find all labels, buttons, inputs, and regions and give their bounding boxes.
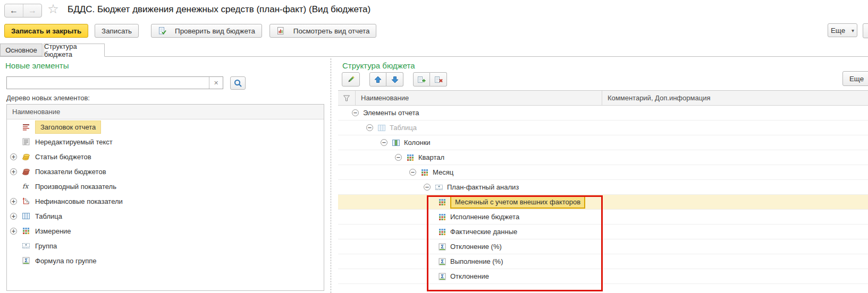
collapse-icon[interactable] — [424, 184, 431, 191]
check-budget-view-button[interactable]: Проверить вид бюджета — [151, 24, 262, 38]
tree-item-label: Таблица — [35, 212, 62, 220]
save-and-close-button[interactable]: Записать и закрыть — [4, 24, 88, 38]
tree-item[interactable]: Статьи бюджетов — [7, 149, 324, 164]
structure-row-label: Отклонение (%) — [450, 243, 502, 251]
column-header-name[interactable]: Наименование — [356, 94, 409, 102]
preview-report-button[interactable]: Посмотреть вид отчета — [269, 24, 377, 38]
tree-remove-icon — [434, 75, 443, 84]
page-title: БДДС. Бюджет движения денежных средств (… — [68, 4, 370, 15]
expand-icon[interactable] — [10, 213, 17, 220]
svg-text:fx: fx — [22, 183, 29, 190]
coins-yellow-icon — [22, 152, 30, 161]
structure-row[interactable]: Исполнение бюджета — [338, 210, 868, 225]
search-input[interactable] — [7, 77, 209, 89]
structure-row[interactable]: Фактические данные — [338, 225, 868, 239]
structure-row[interactable]: Σ Отклонение (%) — [338, 239, 868, 254]
structure-row[interactable]: Таблица — [338, 120, 868, 135]
tree-item-label: Показатели бюджетов — [35, 168, 106, 176]
structure-row-label: Таблица — [390, 124, 417, 132]
structure-row-label: Элементы отчета — [363, 109, 419, 117]
tree-item[interactable]: Показатели бюджетов — [7, 164, 324, 179]
tree-item[interactable]: 123 Нефинансовые показатели — [7, 194, 324, 209]
column-header-name[interactable]: Наименование — [7, 105, 324, 119]
dimension-grid-icon — [438, 228, 446, 236]
search-button[interactable] — [230, 76, 246, 90]
structure-row-label: Фактические данные — [450, 228, 517, 236]
history-nav — [4, 4, 42, 18]
structure-row-label: Месячный с учетом внешних факторов — [450, 195, 585, 209]
left-panel-title: Новые элементы — [5, 61, 69, 70]
static-text-icon — [22, 137, 30, 146]
sigma-icon: Σ — [22, 256, 30, 265]
dimension-grid-icon — [438, 213, 446, 221]
report-document-icon — [276, 27, 285, 35]
structure-row-label: Квартал — [418, 153, 444, 161]
tree-item-label: Статьи бюджетов — [35, 153, 91, 161]
save-button[interactable]: Записать — [95, 24, 139, 38]
add-to-structure-button[interactable] — [413, 72, 430, 87]
tree-item[interactable]: Нередактируемый текст — [7, 134, 324, 149]
arrow-up-icon — [374, 75, 382, 84]
svg-text:Σ: Σ — [441, 244, 444, 249]
collapse-icon[interactable] — [366, 124, 373, 131]
svg-text:Σ: Σ — [24, 258, 28, 263]
structure-grid: Наименование Комментарий, Доп.информация… — [338, 90, 868, 293]
structure-row[interactable]: Квартал — [338, 150, 868, 165]
more-button[interactable]: Еще — [828, 23, 857, 37]
group-icon — [435, 183, 443, 192]
nonfinancial-123-icon: 123 — [22, 197, 30, 205]
tree-item-label: Нередактируемый текст — [35, 138, 113, 146]
search-icon — [233, 79, 243, 88]
structure-row-label: Выполнение (%) — [450, 257, 503, 265]
clipped-button[interactable] — [863, 23, 868, 38]
tree-item[interactable]: Измерение — [7, 223, 324, 238]
expand-icon[interactable] — [10, 228, 17, 235]
tree-item[interactable]: Группа — [7, 238, 324, 253]
remove-from-structure-button[interactable] — [430, 72, 447, 87]
structure-row[interactable]: Месяц — [338, 165, 868, 180]
svg-text:Σ: Σ — [441, 259, 444, 264]
structure-row-selected[interactable]: Месячный с учетом внешних факторов — [338, 195, 868, 210]
structure-row[interactable]: План-фактный анализ — [338, 180, 868, 195]
panel-splitter[interactable] — [331, 58, 331, 293]
columns-icon — [392, 139, 400, 147]
tree-item[interactable]: Заголовок отчета — [7, 119, 324, 134]
tab-main[interactable]: Основное — [0, 44, 43, 56]
search-field-wrap — [6, 76, 223, 89]
dimension-grid-icon — [406, 153, 415, 162]
expand-icon[interactable] — [10, 168, 17, 175]
structure-row[interactable]: Σ Выполнение (%) — [338, 254, 868, 269]
forward-button[interactable] — [23, 4, 41, 17]
collapse-icon[interactable] — [395, 154, 402, 161]
collapse-icon[interactable] — [352, 109, 359, 116]
move-down-button[interactable] — [386, 72, 403, 87]
back-button[interactable] — [5, 4, 23, 17]
check-document-icon — [158, 27, 166, 35]
collapse-icon[interactable] — [409, 169, 416, 176]
tree-item[interactable]: Таблица — [7, 209, 324, 223]
budget-structure-panel: Структура бюджета Еще Наименование Комме… — [338, 57, 868, 293]
tree-item[interactable]: fx Производный показатель — [7, 179, 324, 194]
structure-more-button[interactable]: Еще — [842, 71, 868, 86]
tree-item[interactable]: Σ Формула по группе — [7, 253, 324, 268]
table-icon — [22, 212, 30, 220]
coins-red-icon — [22, 167, 30, 176]
structure-row[interactable]: Σ Отклонение — [338, 269, 868, 284]
empty-row — [338, 284, 868, 293]
edit-button[interactable] — [342, 72, 360, 87]
expand-icon[interactable] — [10, 198, 17, 205]
structure-row[interactable]: Элементы отчета — [338, 106, 868, 120]
collapse-icon[interactable] — [381, 139, 387, 146]
structure-row[interactable]: Колонки — [338, 135, 868, 150]
expand-icon[interactable] — [10, 153, 17, 160]
group-icon — [22, 242, 30, 250]
column-header-comment[interactable]: Комментарий, Доп.информация — [602, 91, 710, 105]
tree-item-label: Измерение — [35, 227, 71, 235]
tab-budget-structure[interactable]: Структура бюджета — [44, 44, 105, 57]
filter-column-header[interactable] — [338, 91, 356, 105]
move-up-button[interactable] — [369, 72, 386, 87]
clear-icon[interactable] — [209, 77, 223, 89]
tab-bar: Основное Структура бюджета — [0, 44, 868, 57]
dimension-grid-icon — [420, 168, 429, 177]
favorite-star-icon[interactable] — [46, 1, 61, 17]
